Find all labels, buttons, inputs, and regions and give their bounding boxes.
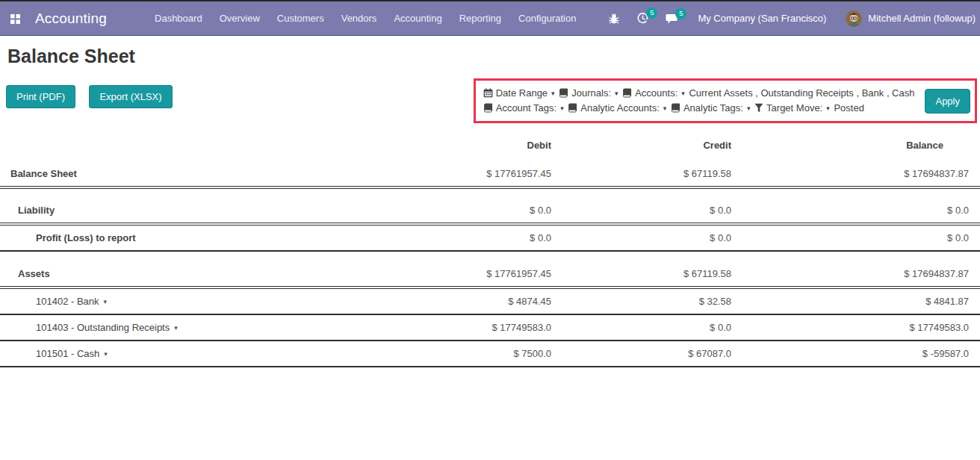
credit-value: $ 67119.58 bbox=[562, 161, 742, 187]
print-pdf-button[interactable]: Print (PDF) bbox=[6, 85, 75, 108]
credit-value: $ 0.0 bbox=[562, 224, 742, 251]
debit-value: $ 4874.45 bbox=[382, 288, 562, 314]
filter-label: Date Range bbox=[496, 87, 548, 99]
report-row-balance-sheet: Balance Sheet$ 17761957.45$ 67119.58$ 17… bbox=[0, 161, 980, 187]
credit-value: $ 0.0 bbox=[562, 198, 742, 224]
credit-value: $ 67119.58 bbox=[562, 261, 742, 288]
row-label: Liability bbox=[0, 198, 382, 224]
debit-value: $ 17761957.45 bbox=[382, 161, 562, 187]
filter-journals[interactable]: Journals:▾ bbox=[559, 87, 622, 99]
activity-count-badge: 5 bbox=[646, 7, 657, 19]
balance-value: $ -59587.0 bbox=[742, 341, 980, 367]
credit-value: $ 32.58 bbox=[562, 288, 742, 314]
debit-value: $ 0.0 bbox=[382, 198, 562, 224]
filter-label: Account Tags: bbox=[496, 102, 556, 114]
export-buttons: Print (PDF) Export (XLSX) bbox=[6, 85, 183, 108]
filter-icon bbox=[754, 103, 763, 113]
balance-sheet-table: Debit Credit Balance Balance Sheet$ 1776… bbox=[0, 133, 980, 367]
row-label: Balance Sheet bbox=[0, 161, 382, 187]
filter-target-move[interactable]: Target Move:▾ Posted bbox=[754, 102, 864, 114]
balance-value: $ 0.0 bbox=[742, 198, 980, 224]
filter-label: Analytic Accounts: bbox=[580, 102, 660, 114]
debug-bug-icon[interactable] bbox=[608, 13, 620, 25]
caret-down-icon: ▾ bbox=[747, 105, 751, 112]
credit-value: $ 0.0 bbox=[562, 314, 742, 341]
filter-accounts[interactable]: Accounts:▾ Current Assets , Outstanding … bbox=[622, 87, 914, 99]
message-count-badge: 5 bbox=[675, 8, 686, 19]
row-label[interactable]: 101501 - Cash▾ bbox=[0, 341, 382, 367]
menu-item-accounting[interactable]: Accounting bbox=[392, 10, 443, 27]
filter-analytic-tags[interactable]: Analytic Tags:▾ bbox=[671, 102, 754, 114]
filter-line-1: Date Range▾ Journals:▾ Accounts:▾ Curren… bbox=[483, 86, 915, 101]
name-column-header bbox=[0, 133, 382, 161]
credit-value: $ 67087.0 bbox=[562, 341, 742, 367]
menu-item-dashboard[interactable]: Dashboard bbox=[153, 10, 204, 27]
balance-value: $ 0.0 bbox=[742, 224, 980, 251]
caret-down-icon: ▾ bbox=[174, 324, 178, 332]
messages-chat-icon[interactable]: 5 bbox=[666, 13, 678, 25]
report-row-liability: Liability$ 0.0$ 0.0$ 0.0 bbox=[0, 198, 980, 224]
table-header-row: Debit Credit Balance bbox=[0, 133, 980, 161]
report-row-101501-cash: 101501 - Cash▾$ 7500.0$ 67087.0$ -59587.… bbox=[0, 341, 980, 367]
spacer-row bbox=[0, 251, 980, 261]
app-brand[interactable]: Accounting bbox=[35, 10, 107, 27]
debit-value: $ 17761957.45 bbox=[382, 261, 562, 288]
menu-item-vendors[interactable]: Vendors bbox=[340, 10, 379, 27]
caret-down-icon: ▾ bbox=[104, 298, 108, 305]
debit-column-header: Debit bbox=[382, 133, 562, 161]
debit-value: $ 0.0 bbox=[382, 224, 562, 251]
filter-lines: Date Range▾ Journals:▾ Accounts:▾ Curren… bbox=[483, 86, 915, 116]
company-switcher[interactable]: My Company (San Francisco) bbox=[698, 13, 826, 24]
apply-button[interactable]: Apply bbox=[925, 89, 970, 114]
balance-value: $ 4841.87 bbox=[742, 288, 980, 314]
book-icon bbox=[671, 103, 680, 113]
row-label[interactable]: 101403 - Outstanding Receipts▾ bbox=[0, 314, 382, 341]
menu-item-overview[interactable]: Overview bbox=[218, 10, 261, 27]
spacer-row bbox=[0, 187, 980, 198]
caret-down-icon: ▾ bbox=[663, 105, 667, 112]
menu-item-configuration[interactable]: Configuration bbox=[517, 10, 577, 27]
user-name: Mitchell Admin (followup) bbox=[868, 13, 976, 24]
row-label: Assets bbox=[0, 261, 382, 288]
filter-line-2: Account Tags:▾ Analytic Accounts:▾ Analy… bbox=[483, 101, 915, 116]
caret-down-icon: ▾ bbox=[560, 105, 564, 112]
caret-down-icon: ▾ bbox=[681, 90, 685, 97]
debit-value: $ 17749583.0 bbox=[382, 314, 562, 341]
export-xlsx-button[interactable]: Export (XLSX) bbox=[89, 85, 172, 108]
filter-label: Accounts: bbox=[635, 87, 677, 99]
menu-item-customers[interactable]: Customers bbox=[276, 10, 326, 27]
filter-value: Posted bbox=[834, 102, 863, 114]
activities-clock-icon[interactable]: 5 bbox=[636, 12, 649, 25]
balance-value: $ 17694837.87 bbox=[742, 161, 980, 187]
credit-column-header: Credit bbox=[562, 133, 742, 161]
top-navbar: Accounting DashboardOverviewCustomersVen… bbox=[0, 0, 980, 36]
filter-account-tags[interactable]: Account Tags:▾ bbox=[483, 102, 568, 114]
filter-label: Analytic Tags: bbox=[683, 102, 743, 114]
balance-column-header: Balance bbox=[742, 133, 980, 161]
book-icon bbox=[483, 103, 493, 113]
filter-label: Journals: bbox=[571, 87, 611, 99]
filter-analytic-accounts[interactable]: Analytic Accounts:▾ bbox=[568, 102, 671, 114]
book-icon bbox=[559, 88, 568, 98]
report-row-101403-outstanding-receipts: 101403 - Outstanding Receipts▾$ 17749583… bbox=[0, 314, 980, 341]
balance-value: $ 17749583.0 bbox=[742, 314, 980, 341]
balance-value: $ 17694837.87 bbox=[742, 261, 980, 288]
navbar-right: 5 5 My Company (San Francisco) bbox=[592, 10, 976, 27]
book-icon bbox=[568, 103, 577, 113]
caret-down-icon: ▾ bbox=[826, 105, 830, 112]
report-row-profit-loss-to-report: Profit (Loss) to report$ 0.0$ 0.0$ 0.0 bbox=[0, 224, 980, 251]
filter-panel: Date Range▾ Journals:▾ Accounts:▾ Curren… bbox=[474, 78, 977, 123]
report-page: Balance Sheet Print (PDF) Export (XLSX) … bbox=[0, 46, 980, 367]
filter-label: Target Move: bbox=[766, 102, 822, 114]
calendar-icon bbox=[483, 88, 493, 98]
row-label[interactable]: 101402 - Bank▾ bbox=[0, 288, 382, 314]
actions-row: Print (PDF) Export (XLSX) Date Range▾ Jo… bbox=[0, 78, 980, 123]
menu-item-reporting[interactable]: Reporting bbox=[458, 10, 503, 27]
user-menu[interactable]: Mitchell Admin (followup) bbox=[846, 10, 976, 27]
main-menu: DashboardOverviewCustomersVendorsAccount… bbox=[153, 10, 592, 27]
row-label: Profit (Loss) to report bbox=[0, 224, 382, 251]
caret-down-icon: ▾ bbox=[615, 90, 618, 97]
report-row-101402-bank: 101402 - Bank▾$ 4874.45$ 32.58$ 4841.87 bbox=[0, 288, 980, 314]
apps-menu-icon[interactable] bbox=[10, 13, 21, 25]
filter-date-range[interactable]: Date Range▾ bbox=[483, 87, 559, 99]
